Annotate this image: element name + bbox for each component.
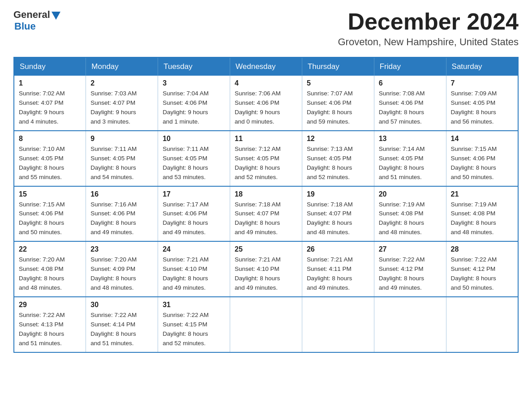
calendar-cell: 21Sunrise: 7:19 AMSunset: 4:08 PMDayligh… xyxy=(446,186,518,242)
title-area: December 2024 Groveton, New Hampshire, U… xyxy=(338,9,519,48)
calendar-cell xyxy=(302,297,374,352)
day-number: 7 xyxy=(451,79,513,87)
day-info: Sunrise: 7:03 AMSunset: 4:07 PMDaylight:… xyxy=(90,89,153,127)
day-info: Sunrise: 7:19 AMSunset: 4:08 PMDaylight:… xyxy=(379,200,442,238)
calendar-cell: 18Sunrise: 7:18 AMSunset: 4:07 PMDayligh… xyxy=(230,186,302,242)
calendar-week-row: 8Sunrise: 7:10 AMSunset: 4:05 PMDaylight… xyxy=(14,131,518,186)
weekday-header-saturday: Saturday xyxy=(446,57,518,76)
calendar-cell: 13Sunrise: 7:14 AMSunset: 4:05 PMDayligh… xyxy=(374,131,446,186)
calendar-week-row: 29Sunrise: 7:22 AMSunset: 4:13 PMDayligh… xyxy=(14,297,518,352)
weekday-header-thursday: Thursday xyxy=(302,57,374,76)
day-number: 24 xyxy=(163,245,225,253)
calendar-cell xyxy=(374,297,446,352)
calendar-cell: 2Sunrise: 7:03 AMSunset: 4:07 PMDaylight… xyxy=(86,76,158,131)
day-info: Sunrise: 7:17 AMSunset: 4:06 PMDaylight:… xyxy=(163,200,225,238)
logo: General Blue xyxy=(13,9,62,32)
day-info: Sunrise: 7:22 AMSunset: 4:12 PMDaylight:… xyxy=(379,255,442,293)
location-title: Groveton, New Hampshire, United States xyxy=(338,36,519,48)
day-number: 1 xyxy=(19,79,81,87)
day-info: Sunrise: 7:22 AMSunset: 4:13 PMDaylight:… xyxy=(19,311,81,348)
day-info: Sunrise: 7:19 AMSunset: 4:08 PMDaylight:… xyxy=(451,200,513,238)
day-info: Sunrise: 7:06 AMSunset: 4:06 PMDaylight:… xyxy=(235,89,297,127)
page-header: General Blue December 2024 Groveton, New… xyxy=(13,9,519,48)
day-info: Sunrise: 7:02 AMSunset: 4:07 PMDaylight:… xyxy=(19,89,81,127)
calendar-cell: 30Sunrise: 7:22 AMSunset: 4:14 PMDayligh… xyxy=(86,297,158,352)
day-number: 4 xyxy=(235,79,297,87)
calendar-cell: 29Sunrise: 7:22 AMSunset: 4:13 PMDayligh… xyxy=(14,297,86,352)
day-number: 3 xyxy=(163,79,225,87)
day-info: Sunrise: 7:11 AMSunset: 4:05 PMDaylight:… xyxy=(90,145,153,182)
weekday-header-row: SundayMondayTuesdayWednesdayThursdayFrid… xyxy=(14,57,518,76)
calendar-table: SundayMondayTuesdayWednesdayThursdayFrid… xyxy=(13,57,519,352)
calendar-cell xyxy=(230,297,302,352)
day-number: 5 xyxy=(307,79,369,87)
calendar-cell: 17Sunrise: 7:17 AMSunset: 4:06 PMDayligh… xyxy=(158,186,230,242)
calendar-cell: 23Sunrise: 7:20 AMSunset: 4:09 PMDayligh… xyxy=(86,241,158,297)
calendar-cell: 6Sunrise: 7:08 AMSunset: 4:06 PMDaylight… xyxy=(374,76,446,131)
day-number: 27 xyxy=(379,245,442,253)
calendar-cell: 31Sunrise: 7:22 AMSunset: 4:15 PMDayligh… xyxy=(158,297,230,352)
calendar-cell: 26Sunrise: 7:21 AMSunset: 4:11 PMDayligh… xyxy=(302,241,374,297)
calendar-week-row: 15Sunrise: 7:15 AMSunset: 4:06 PMDayligh… xyxy=(14,186,518,242)
calendar-cell: 12Sunrise: 7:13 AMSunset: 4:05 PMDayligh… xyxy=(302,131,374,186)
day-number: 13 xyxy=(379,135,442,143)
day-info: Sunrise: 7:16 AMSunset: 4:06 PMDaylight:… xyxy=(90,200,153,238)
calendar-week-row: 1Sunrise: 7:02 AMSunset: 4:07 PMDaylight… xyxy=(14,76,518,131)
calendar-cell: 3Sunrise: 7:04 AMSunset: 4:06 PMDaylight… xyxy=(158,76,230,131)
day-number: 19 xyxy=(307,190,369,198)
day-info: Sunrise: 7:21 AMSunset: 4:10 PMDaylight:… xyxy=(235,255,297,293)
day-info: Sunrise: 7:09 AMSunset: 4:05 PMDaylight:… xyxy=(451,89,513,127)
calendar-cell: 16Sunrise: 7:16 AMSunset: 4:06 PMDayligh… xyxy=(86,186,158,242)
day-info: Sunrise: 7:14 AMSunset: 4:05 PMDaylight:… xyxy=(379,145,442,182)
day-number: 25 xyxy=(235,245,297,253)
calendar-cell: 14Sunrise: 7:15 AMSunset: 4:06 PMDayligh… xyxy=(446,131,518,186)
day-number: 8 xyxy=(19,135,81,143)
day-number: 23 xyxy=(90,245,153,253)
day-info: Sunrise: 7:21 AMSunset: 4:10 PMDaylight:… xyxy=(163,255,225,293)
weekday-header-wednesday: Wednesday xyxy=(230,57,302,76)
day-info: Sunrise: 7:18 AMSunset: 4:07 PMDaylight:… xyxy=(235,200,297,238)
day-number: 30 xyxy=(90,301,153,309)
day-info: Sunrise: 7:07 AMSunset: 4:06 PMDaylight:… xyxy=(307,89,369,127)
day-number: 10 xyxy=(163,135,225,143)
day-info: Sunrise: 7:22 AMSunset: 4:15 PMDaylight:… xyxy=(163,311,225,348)
day-number: 12 xyxy=(307,135,369,143)
calendar-cell: 8Sunrise: 7:10 AMSunset: 4:05 PMDaylight… xyxy=(14,131,86,186)
day-info: Sunrise: 7:08 AMSunset: 4:06 PMDaylight:… xyxy=(379,89,442,127)
day-info: Sunrise: 7:20 AMSunset: 4:08 PMDaylight:… xyxy=(19,255,81,293)
calendar-cell: 4Sunrise: 7:06 AMSunset: 4:06 PMDaylight… xyxy=(230,76,302,131)
day-info: Sunrise: 7:21 AMSunset: 4:11 PMDaylight:… xyxy=(307,255,369,293)
calendar-cell: 15Sunrise: 7:15 AMSunset: 4:06 PMDayligh… xyxy=(14,186,86,242)
calendar-cell: 22Sunrise: 7:20 AMSunset: 4:08 PMDayligh… xyxy=(14,241,86,297)
day-number: 15 xyxy=(19,190,81,198)
calendar-cell: 27Sunrise: 7:22 AMSunset: 4:12 PMDayligh… xyxy=(374,241,446,297)
day-info: Sunrise: 7:10 AMSunset: 4:05 PMDaylight:… xyxy=(19,145,81,182)
logo-general-text: General xyxy=(13,9,50,21)
day-info: Sunrise: 7:20 AMSunset: 4:09 PMDaylight:… xyxy=(90,255,153,293)
calendar-cell: 1Sunrise: 7:02 AMSunset: 4:07 PMDaylight… xyxy=(14,76,86,131)
weekday-header-sunday: Sunday xyxy=(14,57,86,76)
logo-blue-text: Blue xyxy=(14,21,36,32)
calendar-cell: 28Sunrise: 7:22 AMSunset: 4:12 PMDayligh… xyxy=(446,241,518,297)
logo-triangle-icon xyxy=(51,12,60,20)
month-title: December 2024 xyxy=(338,9,519,34)
calendar-cell xyxy=(446,297,518,352)
day-info: Sunrise: 7:22 AMSunset: 4:14 PMDaylight:… xyxy=(90,311,153,348)
day-number: 16 xyxy=(90,190,153,198)
day-number: 21 xyxy=(451,190,513,198)
day-info: Sunrise: 7:12 AMSunset: 4:05 PMDaylight:… xyxy=(235,145,297,182)
day-number: 20 xyxy=(379,190,442,198)
day-number: 14 xyxy=(451,135,513,143)
day-number: 26 xyxy=(307,245,369,253)
day-info: Sunrise: 7:18 AMSunset: 4:07 PMDaylight:… xyxy=(307,200,369,238)
day-number: 9 xyxy=(90,135,153,143)
day-number: 17 xyxy=(163,190,225,198)
day-info: Sunrise: 7:04 AMSunset: 4:06 PMDaylight:… xyxy=(163,89,225,127)
calendar-cell: 5Sunrise: 7:07 AMSunset: 4:06 PMDaylight… xyxy=(302,76,374,131)
day-info: Sunrise: 7:11 AMSunset: 4:05 PMDaylight:… xyxy=(163,145,225,182)
day-number: 22 xyxy=(19,245,81,253)
calendar-cell: 19Sunrise: 7:18 AMSunset: 4:07 PMDayligh… xyxy=(302,186,374,242)
day-number: 31 xyxy=(163,301,225,309)
calendar-cell: 25Sunrise: 7:21 AMSunset: 4:10 PMDayligh… xyxy=(230,241,302,297)
weekday-header-friday: Friday xyxy=(374,57,446,76)
